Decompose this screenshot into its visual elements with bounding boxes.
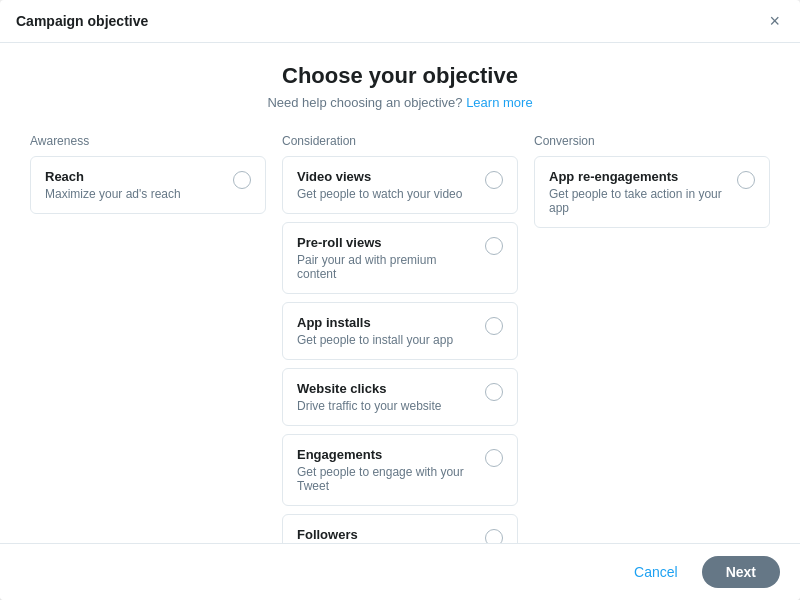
conversion-label: Conversion — [534, 134, 770, 148]
website-clicks-card[interactable]: Website clicks Drive traffic to your web… — [282, 368, 518, 426]
next-button[interactable]: Next — [702, 556, 780, 588]
followers-title: Followers — [297, 527, 475, 542]
reach-desc: Maximize your ad's reach — [45, 187, 223, 201]
cancel-button[interactable]: Cancel — [622, 556, 690, 588]
engagements-radio[interactable] — [485, 449, 503, 467]
app-reengagements-card[interactable]: App re-engagements Get people to take ac… — [534, 156, 770, 228]
awareness-column: Awareness Reach Maximize your ad's reach — [30, 134, 266, 222]
engagements-card[interactable]: Engagements Get people to engage with yo… — [282, 434, 518, 506]
reach-radio[interactable] — [233, 171, 251, 189]
website-clicks-title: Website clicks — [297, 381, 475, 396]
campaign-objective-modal: Campaign objective × Choose your objecti… — [0, 0, 800, 600]
video-views-radio[interactable] — [485, 171, 503, 189]
app-reengagements-title: App re-engagements — [549, 169, 727, 184]
app-installs-radio[interactable] — [485, 317, 503, 335]
engagements-title: Engagements — [297, 447, 475, 462]
app-reengagements-radio[interactable] — [737, 171, 755, 189]
subtitle-text: Need help choosing an objective? — [267, 95, 462, 110]
conversion-column: Conversion App re-engagements Get people… — [534, 134, 770, 236]
modal-title: Campaign objective — [16, 13, 148, 29]
consideration-column: Consideration Video views Get people to … — [282, 134, 518, 543]
video-views-card[interactable]: Video views Get people to watch your vid… — [282, 156, 518, 214]
consideration-label: Consideration — [282, 134, 518, 148]
learn-more-link[interactable]: Learn more — [466, 95, 532, 110]
app-reengagements-desc: Get people to take action in your app — [549, 187, 727, 215]
page-title: Choose your objective — [30, 63, 770, 89]
website-clicks-desc: Drive traffic to your website — [297, 399, 475, 413]
engagements-desc: Get people to engage with your Tweet — [297, 465, 475, 493]
app-installs-title: App installs — [297, 315, 475, 330]
followers-card[interactable]: Followers Build an audience for your acc… — [282, 514, 518, 543]
pre-roll-desc: Pair your ad with premium content — [297, 253, 475, 281]
modal-footer: Cancel Next — [0, 543, 800, 600]
pre-roll-radio[interactable] — [485, 237, 503, 255]
app-installs-card[interactable]: App installs Get people to install your … — [282, 302, 518, 360]
pre-roll-title: Pre-roll views — [297, 235, 475, 250]
close-button[interactable]: × — [765, 12, 784, 30]
reach-title: Reach — [45, 169, 223, 184]
followers-radio[interactable] — [485, 529, 503, 543]
reach-card[interactable]: Reach Maximize your ad's reach — [30, 156, 266, 214]
video-views-desc: Get people to watch your video — [297, 187, 475, 201]
modal-body: Choose your objective Need help choosing… — [0, 43, 800, 543]
modal-header: Campaign objective × — [0, 0, 800, 43]
subtitle: Need help choosing an objective? Learn m… — [30, 95, 770, 110]
video-views-title: Video views — [297, 169, 475, 184]
website-clicks-radio[interactable] — [485, 383, 503, 401]
pre-roll-views-card[interactable]: Pre-roll views Pair your ad with premium… — [282, 222, 518, 294]
app-installs-desc: Get people to install your app — [297, 333, 475, 347]
columns-container: Awareness Reach Maximize your ad's reach… — [30, 134, 770, 543]
awareness-label: Awareness — [30, 134, 266, 148]
